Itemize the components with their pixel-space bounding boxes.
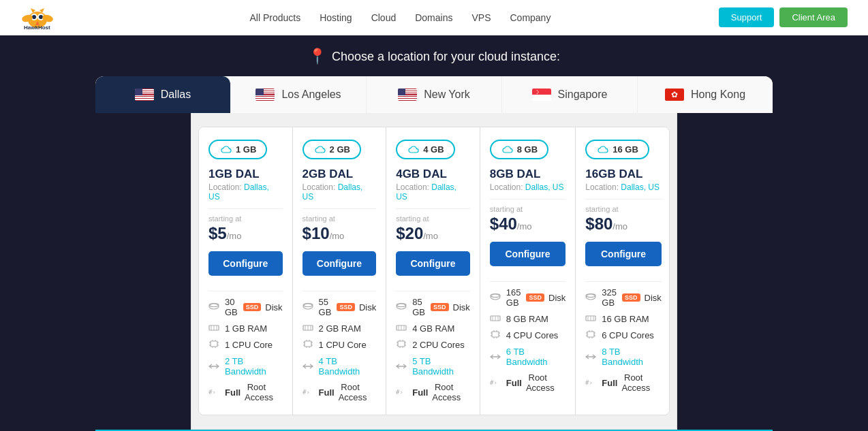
configure-button-2[interactable]: Configure — [396, 251, 470, 276]
plan-price-1: $10/mo — [303, 224, 377, 243]
tab-los-angeles[interactable]: Los Angeles — [231, 76, 367, 113]
plan-name-1: 2GB DAL — [303, 167, 377, 181]
spec-cpu-0: 1 CPU Core — [208, 339, 283, 351]
root-label-1: Full — [319, 387, 335, 398]
plan-divider2-2 — [396, 291, 470, 291]
tab-ny-label: New York — [424, 89, 470, 101]
plan-divider2-1 — [303, 291, 377, 291]
plan-gb-2: 4 GB — [423, 144, 444, 155]
root-icon-4: #› — [585, 377, 598, 388]
plan-location-link-4[interactable]: Dallas, US — [621, 182, 660, 192]
cpu-icon-4 — [585, 330, 598, 341]
client-area-button[interactable]: Client Area — [779, 7, 848, 27]
location-tabs: Dallas Los Angeles New York Singapore Ho… — [95, 76, 773, 113]
nav-domains[interactable]: Domains — [415, 12, 452, 23]
root-icon-0: #› — [208, 387, 221, 398]
plan-gb-1: 2 GB — [330, 144, 350, 155]
plan-location-link-1[interactable]: Dallas, US — [303, 182, 363, 202]
spec-disk-2: 85 GB SSD Disk — [396, 297, 470, 317]
nav-all-products[interactable]: All Products — [249, 12, 300, 23]
tab-la-label: Los Angeles — [281, 89, 341, 101]
plan-name-2: 4GB DAL — [396, 167, 470, 181]
plans-grid: 1 GB 1GB DAL Location: Dallas, US starti… — [198, 127, 670, 415]
root-label-3: Full — [506, 378, 522, 388]
spec-ram-3: 8 GB RAM — [490, 313, 566, 324]
plan-card-2: 4 GB 4GB DAL Location: Dallas, US starti… — [386, 127, 480, 415]
spec-cpu-4: 6 CPU Cores — [585, 330, 662, 341]
plan-location-2: Location: Dallas, US — [396, 182, 470, 202]
location-prompt: 📍 Choose a location for your cloud insta… — [0, 48, 868, 65]
nav-buttons: Support Client Area — [719, 7, 848, 27]
svg-rect-68 — [492, 332, 499, 337]
cloud-icon — [313, 145, 326, 155]
tab-hong-kong[interactable]: Hong Kong — [638, 76, 773, 113]
cpu-icon-3 — [490, 330, 502, 341]
spec-disk-0: 30 GB SSD Disk — [208, 297, 283, 317]
configure-button-4[interactable]: Configure — [585, 242, 662, 266]
bandwidth-link-0[interactable]: 2 TB Bandwidth — [225, 356, 283, 377]
spec-disk-3: 165 GB SSD Disk — [490, 287, 566, 308]
main-wrapper: 1 GB 1GB DAL Location: Dallas, US starti… — [95, 113, 773, 431]
configure-button-0[interactable]: Configure — [208, 251, 283, 276]
bandwidth-link-4[interactable]: 8 TB Bandwidth — [602, 347, 662, 367]
plan-starting-at-4: starting at — [585, 205, 662, 213]
tab-dallas[interactable]: Dallas — [95, 76, 231, 113]
root-label-2: Full — [412, 387, 428, 398]
ram-icon-3 — [490, 313, 502, 324]
nav-company[interactable]: Company — [510, 12, 551, 23]
spec-bandwidth-4: 8 TB Bandwidth — [585, 347, 662, 367]
ssd-badge-0: SSD — [243, 303, 262, 311]
spec-bandwidth-1: 4 TB Bandwidth — [303, 356, 377, 377]
main-content: 1 GB 1GB DAL Location: Dallas, US starti… — [191, 113, 677, 430]
disk-icon-4 — [585, 292, 598, 303]
spec-list-2: 85 GB SSD Disk 4 GB RAM 2 CPU Cores 5 TB… — [396, 297, 470, 402]
ssd-badge-3: SSD — [526, 293, 544, 302]
spec-bandwidth-0: 2 TB Bandwidth — [208, 356, 283, 377]
nav-cloud[interactable]: Cloud — [371, 12, 397, 23]
flag-us-dallas — [135, 89, 154, 101]
bandwidth-link-1[interactable]: 4 TB Bandwidth — [319, 356, 377, 377]
plan-gb-4: 16 GB — [613, 144, 638, 155]
plan-starting-at-1: starting at — [303, 214, 377, 223]
plan-name-0: 1GB DAL — [208, 167, 283, 181]
plan-price-2: $20/mo — [396, 224, 470, 243]
configure-button-3[interactable]: Configure — [490, 242, 566, 266]
plan-location-1: Location: Dallas, US — [303, 182, 377, 202]
configure-button-1[interactable]: Configure — [303, 251, 377, 276]
plan-starting-at-0: starting at — [208, 214, 283, 223]
support-button[interactable]: Support — [719, 7, 775, 27]
tab-new-york[interactable]: New York — [367, 76, 502, 113]
disk-icon-0 — [208, 302, 221, 313]
plan-location-link-2[interactable]: Dallas, US — [396, 182, 456, 202]
logo[interactable]: HawkHost — [20, 5, 55, 31]
nav-vps[interactable]: VPS — [471, 12, 491, 23]
ram-icon-0 — [208, 323, 221, 334]
spec-disk-4: 325 GB SSD Disk — [585, 287, 662, 308]
nav-hosting[interactable]: Hosting — [320, 12, 352, 23]
plan-divider2-3 — [490, 281, 566, 282]
bandwidth-link-3[interactable]: 6 TB Bandwidth — [506, 347, 566, 367]
bandwidth-link-2[interactable]: 5 TB Bandwidth — [412, 356, 470, 377]
bandwidth-icon-1 — [303, 361, 315, 372]
plan-location-0: Location: Dallas, US — [208, 182, 283, 202]
plan-card-0: 1 GB 1GB DAL Location: Dallas, US starti… — [199, 127, 293, 415]
cloud-badge-4: 16 GB — [585, 140, 649, 159]
svg-text:#›: #› — [585, 379, 593, 386]
disk-icon-2 — [396, 302, 408, 313]
spec-root-0: #› Full Root Access — [208, 382, 283, 402]
flag-hk — [665, 89, 684, 101]
plan-location-link-0[interactable]: Dallas, US — [208, 182, 269, 202]
root-label-4: Full — [602, 378, 617, 388]
plan-name-4: 16GB DAL — [585, 167, 662, 181]
tab-singapore[interactable]: Singapore — [502, 76, 638, 113]
plan-location-link-3[interactable]: Dallas, US — [525, 182, 564, 192]
svg-text:#›: #› — [396, 389, 403, 396]
svg-rect-17 — [211, 341, 217, 347]
svg-point-4 — [39, 15, 43, 19]
root-icon-3: #› — [490, 377, 502, 388]
cloud-badge-3: 8 GB — [490, 140, 548, 159]
plan-gb-0: 1 GB — [236, 144, 256, 155]
cloud-badge-2: 4 GB — [396, 140, 454, 159]
flag-us-la — [255, 89, 275, 101]
hero-section: 📍 Choose a location for your cloud insta… — [0, 35, 868, 113]
